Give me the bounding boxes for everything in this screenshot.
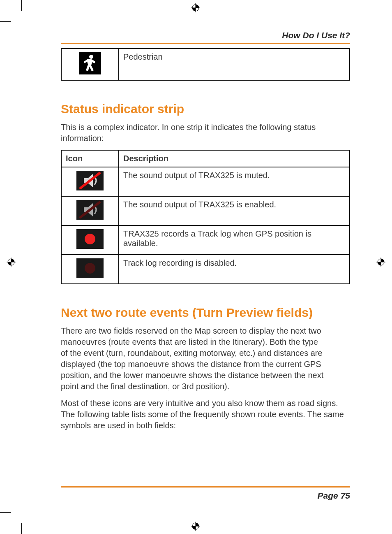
pedestrian-label: Pedestrian (119, 49, 350, 80)
registration-mark-icon (7, 258, 16, 267)
next-p2: Most of these icons are very intuitive a… (61, 398, 350, 431)
table-row: The sound output of TRAX325 is muted. (61, 167, 350, 196)
next-heading: Next two route events (Turn Preview fiel… (61, 306, 350, 320)
status-th-icon: Icon (61, 150, 119, 167)
sound-muted-icon (76, 171, 104, 190)
pedestrian-icon (79, 52, 101, 74)
svg-point-23 (85, 263, 95, 274)
header-rule (61, 43, 350, 44)
status-table: Icon Description The sound output of TRA… (61, 150, 350, 284)
status-desc: TRAX325 records a Track log when GPS pos… (119, 225, 350, 255)
registration-mark-icon (376, 258, 385, 267)
next-p1: There are two fields reserved on the Map… (61, 325, 324, 392)
status-heading: Status indicator strip (61, 102, 350, 116)
running-head: How Do I Use It? (61, 30, 350, 40)
registration-mark-icon (191, 3, 200, 12)
status-desc: Track log recording is disabled. (119, 255, 350, 284)
page-number: Page 75 (61, 491, 350, 501)
status-desc: The sound output of TRAX325 is enabled. (119, 196, 350, 225)
status-intro: This is a complex indicator. In one stri… (61, 122, 350, 144)
tracklog-on-icon (76, 229, 104, 249)
status-th-desc: Description (119, 150, 350, 167)
table-row: Track log recording is disabled. (61, 255, 350, 284)
registration-mark-icon (191, 522, 200, 531)
svg-point-21 (85, 234, 95, 244)
tracklog-off-icon (76, 258, 104, 278)
sound-enabled-icon (76, 200, 104, 220)
svg-point-13 (89, 55, 93, 59)
table-row: The sound output of TRAX325 is enabled. (61, 196, 350, 225)
status-desc: The sound output of TRAX325 is muted. (119, 167, 350, 196)
pedestrian-table: Pedestrian (61, 48, 350, 81)
table-row: TRAX325 records a Track log when GPS pos… (61, 225, 350, 255)
footer-rule (61, 486, 350, 488)
